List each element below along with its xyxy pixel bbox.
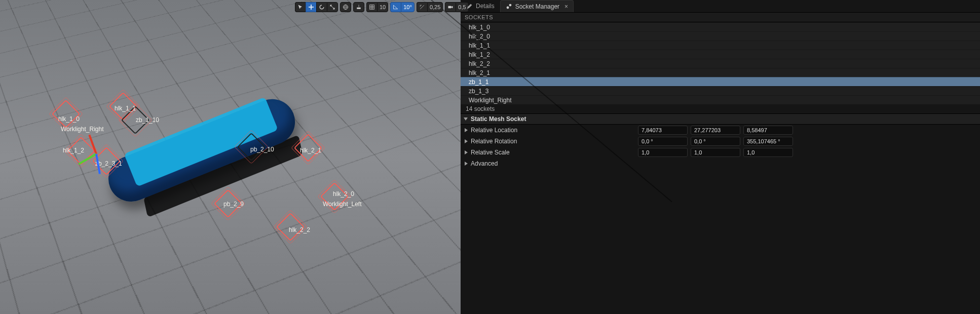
prop-relative-location: Relative Location 7,84073 27,277203 8,58… xyxy=(461,125,980,136)
socket-label: zb_1_10 xyxy=(136,116,159,124)
rotate-icon xyxy=(319,4,325,10)
sockets-section-label: SOCKETS xyxy=(465,14,493,20)
rotation-x-field[interactable]: 0,0 ° xyxy=(638,137,688,146)
socket-label: Worklight_Left xyxy=(323,201,361,208)
category-static-mesh-socket[interactable]: Static Mesh Socket xyxy=(461,113,980,125)
viewport-toolbar: 10 10° 0,25 0,5 xyxy=(295,2,469,12)
caret-right-icon[interactable] xyxy=(465,139,468,143)
prop-relative-scale: Relative Scale 1,0 1,0 1,0 xyxy=(461,147,980,158)
rotate-tool-button[interactable] xyxy=(316,2,327,12)
location-z-field[interactable]: 8,58497 xyxy=(743,126,793,135)
scale-snap-value[interactable]: 0,25 xyxy=(427,2,443,12)
socket-label: pb_2_10 xyxy=(250,146,274,153)
prop-label: Relative Location xyxy=(471,127,517,134)
socket-list-item[interactable]: hlk_1_1 xyxy=(461,41,980,50)
location-y-field[interactable]: 27,277203 xyxy=(691,126,740,135)
socket-label: hlk_1_2 xyxy=(63,147,84,154)
svg-point-3 xyxy=(506,7,509,9)
grid-icon xyxy=(369,4,375,10)
svg-rect-1 xyxy=(357,8,361,9)
prop-label: Relative Scale xyxy=(471,149,510,156)
advanced-label: Advanced xyxy=(471,160,498,167)
caret-right-icon[interactable] xyxy=(465,150,468,154)
tab-details[interactable]: Details xyxy=(461,0,500,12)
scale-y-field[interactable]: 1,0 xyxy=(691,148,740,157)
socket-count: 14 sockets xyxy=(461,104,980,113)
socket-list-item[interactable]: hlk_2_0 xyxy=(461,31,980,41)
translate-tool-button[interactable] xyxy=(306,2,316,12)
socket-label: hlk_1_1 xyxy=(115,105,136,112)
angle-icon xyxy=(393,4,399,10)
socket-manager-icon xyxy=(506,3,512,10)
grid-snap-toggle[interactable] xyxy=(366,2,377,12)
globe-icon xyxy=(343,4,349,10)
caret-right-icon[interactable] xyxy=(465,128,468,132)
sockets-section-header: SOCKETS xyxy=(461,12,980,22)
svg-rect-2 xyxy=(448,6,451,9)
cursor-icon xyxy=(297,4,304,10)
tab-details-label: Details xyxy=(476,3,495,10)
socket-label: pb_2_9 xyxy=(223,201,244,208)
scale-snap-icon xyxy=(419,4,425,10)
scale-snap-toggle[interactable] xyxy=(417,2,427,12)
tab-socket-manager[interactable]: Socket Manager × xyxy=(500,0,574,12)
scale-tool-button[interactable] xyxy=(327,2,338,12)
rotation-y-field[interactable]: 0,0 ° xyxy=(691,137,740,146)
tab-bar: Details Socket Manager × xyxy=(461,0,980,12)
expand-icon xyxy=(329,4,335,10)
angle-snap-toggle[interactable] xyxy=(390,2,401,12)
angle-snap-value-text: 10° xyxy=(403,4,412,10)
empty-area xyxy=(461,169,980,314)
caret-right-icon xyxy=(465,162,468,166)
grid-snap-value-text: 10 xyxy=(380,4,386,10)
socket-label: Worklight_Right xyxy=(61,126,103,133)
side-panel: Details Socket Manager × SOCKETS hlk_1_0… xyxy=(461,0,980,314)
socket-list-item[interactable]: hlk_1_0 xyxy=(461,22,980,31)
camera-speed-toggle[interactable] xyxy=(445,2,456,12)
socket-label: hlk_2_1 xyxy=(300,147,321,154)
socket-label: hlk_2_0 xyxy=(333,190,354,198)
scale-x-field[interactable]: 1,0 xyxy=(638,148,688,157)
socket-list-item[interactable]: hlk_1_2 xyxy=(461,50,980,59)
socket-label: hlk_1_0 xyxy=(58,115,80,123)
transform-gizmo[interactable] xyxy=(82,141,118,176)
angle-snap-value[interactable]: 10° xyxy=(401,2,414,12)
socket-list-item[interactable]: hlk_2_2 xyxy=(461,59,980,68)
viewport-3d[interactable]: hlk_1_0 Worklight_Right hlk_1_1 zb_1_10 … xyxy=(0,0,461,314)
snap-icon xyxy=(356,4,362,10)
grid-snap-value[interactable]: 10 xyxy=(377,2,388,12)
tab-socket-manager-label: Socket Manager xyxy=(515,3,559,10)
socket-list-item[interactable]: hlk_2_1 xyxy=(461,68,980,77)
prop-relative-rotation: Relative Rotation 0,0 ° 0,0 ° 355,107465… xyxy=(461,136,980,147)
caret-down-icon xyxy=(464,117,468,121)
close-tab-button[interactable]: × xyxy=(564,3,568,10)
scale-snap-value-text: 0,25 xyxy=(430,4,440,10)
location-x-field[interactable]: 7,84073 xyxy=(638,126,688,135)
category-advanced[interactable]: Advanced xyxy=(461,158,980,169)
select-tool-button[interactable] xyxy=(295,2,306,12)
coord-space-button[interactable] xyxy=(340,2,351,12)
socket-list: hlk_1_0hlk_2_0hlk_1_1hlk_1_2hlk_2_2hlk_2… xyxy=(461,22,980,104)
socket-list-item[interactable]: zb_1_1 xyxy=(461,77,980,86)
move-icon xyxy=(308,4,314,10)
surface-snap-button[interactable] xyxy=(353,2,364,12)
prop-label: Relative Rotation xyxy=(471,138,517,145)
socket-list-item[interactable]: Worklight_Right xyxy=(461,95,980,104)
scale-z-field[interactable]: 1,0 xyxy=(743,148,793,157)
socket-label: hlk_2_2 xyxy=(289,226,310,233)
camera-icon xyxy=(447,4,454,10)
rotation-z-field[interactable]: 355,107465 ° xyxy=(743,137,793,146)
svg-point-4 xyxy=(509,4,511,7)
pencil-icon xyxy=(466,3,473,10)
category-label: Static Mesh Socket xyxy=(471,115,526,123)
